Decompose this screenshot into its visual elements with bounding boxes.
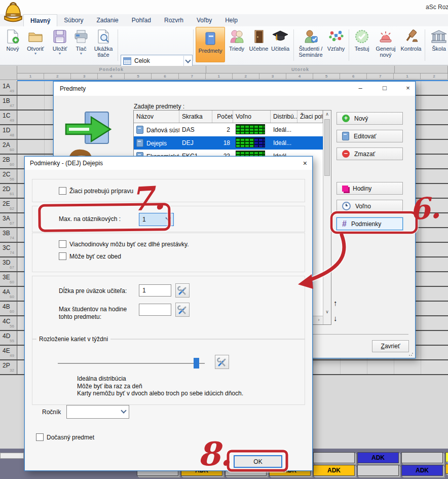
class-row-label[interactable]: 4C 56 [0, 316, 17, 330]
tab-subory[interactable]: Súbory [57, 14, 90, 26]
testuj-button[interactable]: Testuj [352, 27, 372, 63]
close-icon[interactable]: × [303, 159, 307, 167]
cez-obed-checkbox[interactable]: Môže byť cez obed [59, 252, 121, 260]
class-row-label[interactable]: 2A 60 [0, 140, 17, 154]
class-row-label[interactable]: 1D 48 [0, 125, 17, 139]
checkbox-icon[interactable] [36, 433, 44, 441]
volno-button[interactable]: Voľno [337, 200, 403, 212]
podmienky-dialog-titlebar[interactable]: Podmienky - (DEJ) Dejepis × [25, 157, 312, 170]
table-row[interactable]: Dejepis DEJ 18 Ideál... [134, 136, 323, 150]
skola-button[interactable]: Škola [429, 27, 448, 63]
predmety-button[interactable]: Predmety [196, 27, 225, 62]
save-file-button[interactable]: Uložiť ▼ [49, 27, 71, 63]
open-file-button[interactable]: Otvoriť ▼ [23, 27, 48, 63]
vztahy-button[interactable]: Vzťahy [325, 27, 347, 63]
column-header-skratka[interactable]: Skratka [179, 110, 212, 123]
class-row-label[interactable]: 2C 56 [0, 169, 17, 183]
rozlozenie-tools-button[interactable] [215, 355, 229, 369]
class-row-label[interactable]: 3B 74 [0, 228, 17, 242]
dlzka-tools-button[interactable] [175, 283, 190, 298]
class-row-label[interactable]: 3E 60 [0, 272, 17, 286]
tab-hlavny[interactable]: Hlavný [23, 14, 57, 27]
viachodinovky-checkbox[interactable]: Viachodinovky môžu byť cez dlhé prestávk… [59, 240, 189, 248]
max-otaznikove-combo[interactable]: 1 [139, 213, 174, 226]
class-row-label[interactable]: 2D 61 [0, 184, 17, 198]
checkbox-icon[interactable] [59, 252, 66, 260]
lesson-card[interactable] [401, 452, 443, 463]
column-header-volno[interactable]: Voľno [233, 110, 271, 123]
ok-button[interactable]: OK [234, 455, 282, 468]
move-up-button[interactable]: ↑ [333, 299, 338, 307]
class-row-label[interactable]: 3A 67 [0, 213, 17, 227]
class-row-label[interactable]: 3C 74 [0, 243, 17, 256]
class-row-label[interactable]: 4E 49 [0, 346, 17, 359]
studenti-seminare-button[interactable]: Študenti / Semináre [296, 27, 325, 63]
class-row-label[interactable]: 3D 67 [0, 257, 17, 271]
dlzka-input[interactable]: 1 [139, 284, 171, 297]
column-header-distribucia[interactable]: Distribú... [271, 110, 297, 123]
tab-zadanie[interactable]: Zadanie [90, 14, 125, 26]
column-header-nazov[interactable]: Názov [134, 110, 179, 123]
checkbox-icon[interactable] [59, 187, 66, 195]
lesson-card[interactable]: ADK [313, 465, 355, 476]
horizontal-scrollbar-end[interactable] [0, 453, 24, 459]
column-header-pocet[interactable]: Počet [212, 110, 233, 123]
hodiny-button[interactable]: Hodiny [337, 182, 403, 195]
column-header-ziaci[interactable]: Žiaci potr... [297, 110, 323, 123]
chevron-down-icon[interactable] [183, 56, 192, 66]
tab-volby[interactable]: Voľby [190, 14, 218, 26]
lesson-card[interactable] [357, 465, 399, 476]
max-studentov-input[interactable] [139, 304, 171, 316]
predmety-dialog-titlebar[interactable]: Predmety – □ × [54, 82, 415, 96]
class-row-label[interactable]: 4A 60 [0, 287, 17, 301]
max-studentov-tools-button[interactable] [175, 303, 190, 317]
move-down-button[interactable]: ↓ [333, 314, 338, 322]
class-row-label[interactable]: 1B 47 [0, 96, 17, 109]
print-preview-button[interactable]: Ukážka tlače [91, 27, 116, 63]
distribution-slider[interactable] [58, 358, 205, 369]
class-row-label[interactable]: 2P 32 [0, 360, 17, 374]
ucebne-button[interactable]: Učebne [248, 27, 270, 63]
maxim ize-button[interactable]: □ [377, 84, 392, 93]
triedy-button[interactable]: Triedy [226, 27, 247, 63]
scroll-down-icon[interactable]: ∨ [323, 308, 331, 316]
class-row-label[interactable]: 2B 60 [0, 155, 17, 168]
resize-grip[interactable] [408, 351, 414, 356]
tab-help[interactable]: Help [218, 14, 244, 26]
scroll-right-icon[interactable]: › [315, 316, 323, 324]
lesson-card[interactable]: ADK [357, 452, 399, 463]
ziaci-priprava-checkbox[interactable]: Žiaci potrebujú prípravu [59, 187, 133, 195]
print-button[interactable]: Tlač ▼ [72, 27, 90, 63]
kontrola-button[interactable]: Kontrola [399, 27, 423, 63]
minimize-button[interactable]: – [353, 84, 368, 93]
close-button[interactable]: × [400, 84, 416, 93]
zavriet-button[interactable]: Zavrieť [372, 340, 409, 352]
lesson-card[interactable]: ADK [445, 452, 448, 462]
new-file-button[interactable]: Nový [3, 27, 22, 63]
class-row-label[interactable]: 4D 55 [0, 331, 17, 345]
class-row-label[interactable]: 4B 60 [0, 302, 17, 315]
lesson-card[interactable]: ADK [445, 464, 448, 474]
generuj-novy-button[interactable]: Generuj nový [373, 27, 398, 63]
scroll-up-icon[interactable]: ∧ [323, 110, 331, 119]
table-row[interactable]: Daňová sústava DAS 2 Ideál... [134, 123, 323, 136]
zmazat-button[interactable]: −Zmazať [337, 148, 403, 160]
novy-button[interactable]: +Nový [337, 112, 403, 125]
table-vertical-scrollbar[interactable]: ∧ ∨ [323, 110, 331, 324]
class-row-label[interactable]: 1C 49 [0, 110, 17, 124]
checkbox-icon[interactable] [59, 240, 66, 248]
rocnik-combo[interactable] [66, 405, 129, 419]
slider-handle[interactable] [194, 358, 199, 369]
docasny-predmet-checkbox[interactable]: Dočasný predmet [36, 433, 94, 441]
asc-bell-logo-icon[interactable]: -asc- [3, 1, 24, 24]
editovat-button[interactable]: Editovať [337, 130, 403, 142]
podmienky-button[interactable]: #Podmienky [337, 217, 403, 230]
class-row-label[interactable]: 1A 49 [0, 81, 17, 95]
lesson-card[interactable]: ADK [401, 465, 443, 476]
class-row-label[interactable]: 2E 62 [0, 199, 17, 212]
tab-pohlad[interactable]: Pohľad [125, 14, 158, 26]
view-select-combo[interactable]: Celok [121, 55, 193, 67]
ucitelia-button[interactable]: Učitelia [269, 27, 291, 63]
scrollbar-thumb[interactable] [324, 119, 330, 176]
tab-rozvrh[interactable]: Rozvrh [158, 14, 190, 26]
